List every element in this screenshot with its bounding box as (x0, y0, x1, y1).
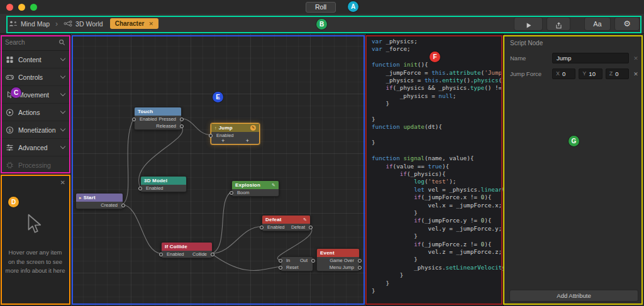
sidebar-item-advanced[interactable]: Advanced (0, 139, 70, 156)
remove-attribute-icon[interactable]: ✕ (632, 71, 640, 77)
output-port[interactable] (211, 253, 214, 256)
close-icon[interactable]: ✕ (148, 21, 153, 27)
node-header[interactable]: ↑Jump✎ (211, 124, 259, 132)
wire-ifcollide-collide-to-explosion-boom[interactable] (211, 192, 231, 254)
output-port[interactable] (358, 259, 362, 263)
breadcrumb-mind-map[interactable]: Mind Map (9, 20, 50, 28)
play-button[interactable] (514, 18, 542, 30)
port-label: Enabled (167, 251, 184, 257)
share-button[interactable] (547, 18, 570, 30)
pencil-icon[interactable]: ✎ (303, 217, 307, 222)
node-header[interactable]: Touch (135, 107, 181, 116)
chevron-down-icon (60, 109, 65, 114)
output-port[interactable] (311, 259, 315, 263)
dollar-icon: $ (6, 126, 14, 134)
node-header[interactable]: 3D Model (141, 177, 186, 185)
node-event[interactable]: EventGame OverMenu Jump (316, 248, 360, 271)
breadcrumb-tag-character[interactable]: Character ✕ (110, 18, 158, 29)
node-touch[interactable]: TouchEnabledPressedReleased (134, 107, 182, 130)
node-explosion[interactable]: Explosion✎Boom (231, 180, 279, 197)
node-type-icon: ↑ (214, 126, 217, 130)
port-label: In (286, 258, 290, 263)
code-line: let vel = _physics.linearVelo (372, 186, 503, 194)
node-header[interactable]: If Collide (162, 243, 212, 251)
sidebar-item-actions[interactable]: Actions (0, 104, 70, 121)
node-jump[interactable]: ↑Jump✎Enabled++ (211, 123, 260, 145)
node-header[interactable]: Defeat✎ (262, 216, 310, 224)
add-port-icon[interactable]: + (221, 139, 225, 144)
node-header[interactable]: Explosion✎ (232, 181, 279, 189)
close-icon[interactable]: ✕ (60, 179, 65, 186)
node-graph-canvas[interactable]: TouchEnabledPressedReleased↑Jump✎Enabled… (71, 34, 366, 306)
sidebar-item-content[interactable]: Content (0, 51, 70, 68)
add-attribute-button[interactable]: Add Attribute (510, 290, 638, 301)
output-port[interactable] (180, 124, 184, 128)
node-defeat[interactable]: Defeat✎EnabledDefeat (262, 215, 311, 231)
actions-icon (6, 109, 14, 116)
wire-ifcollide-collide-to-defeat-enabled[interactable] (211, 227, 262, 254)
wire-ifcollide-collide-to-portbox-reset[interactable] (211, 254, 280, 271)
chevron-down-icon (60, 74, 65, 79)
name-field-row: Name Jump ✕ (504, 53, 644, 63)
node-portbox[interactable]: InOutReset (280, 256, 313, 271)
vector-z-input[interactable]: Z 0 (606, 68, 629, 79)
chevron-down-icon (60, 144, 65, 149)
node-header[interactable]: ▸Start (76, 194, 123, 202)
input-port[interactable] (279, 266, 282, 270)
wire-start-created-to-touch-enabled[interactable] (122, 119, 134, 205)
code-line: } (372, 256, 503, 263)
code-line (372, 131, 503, 139)
search-input[interactable]: Search (0, 34, 70, 51)
sidebar-item-monetization[interactable]: $Monetization (0, 121, 70, 139)
wire-start-created-to-ifcollide-enabled[interactable] (122, 205, 161, 254)
port-label: Pressed (158, 116, 176, 122)
node-ifcollide[interactable]: If CollideEnabledCollide (161, 242, 213, 258)
input-port[interactable] (138, 187, 142, 190)
code-line: } (372, 209, 503, 217)
input-port[interactable] (230, 191, 233, 195)
text-style-button[interactable]: Aa (585, 18, 610, 30)
breadcrumb-label: 3D World (75, 20, 103, 28)
output-port[interactable] (180, 117, 184, 121)
node-model[interactable]: 3D ModelEnabled (140, 176, 187, 192)
zoom-window-button[interactable] (30, 4, 37, 11)
pencil-icon[interactable]: ✎ (250, 125, 256, 131)
project-title-button[interactable]: Roll (306, 2, 336, 13)
remove-attribute-icon[interactable]: ✕ (632, 55, 640, 62)
add-port-icon[interactable]: + (246, 139, 249, 144)
breadcrumb-3d-world[interactable]: 3D World (64, 20, 103, 28)
share-icon (555, 20, 562, 27)
input-port[interactable] (209, 134, 213, 138)
chip-icon (6, 161, 14, 169)
input-port[interactable] (132, 117, 136, 121)
settings-button[interactable]: ⚙ (615, 18, 639, 30)
sidebar-item-controls[interactable]: Controls (0, 68, 70, 86)
vector-x-input[interactable]: X 0 (552, 68, 575, 79)
node-start[interactable]: ▸StartCreated (75, 193, 123, 209)
code-line: _physics = this.entity().physics(); (372, 77, 503, 84)
wire-defeat-defeat-to-portbox-in[interactable] (277, 227, 312, 260)
input-port[interactable] (279, 259, 282, 263)
name-input[interactable]: Jump (552, 53, 629, 63)
output-port[interactable] (121, 204, 125, 207)
text-style-label: Aa (593, 20, 601, 28)
sidebar-item-movement[interactable]: Movement (0, 86, 70, 104)
play-icon (525, 20, 532, 27)
pencil-icon[interactable]: ✎ (272, 183, 275, 187)
sidebar-item-processing[interactable]: Processing (0, 156, 70, 174)
wire-touch-pressed-to-jump-enabled[interactable] (180, 119, 211, 135)
close-window-button[interactable] (6, 4, 13, 11)
sliders-icon (6, 144, 14, 151)
output-port[interactable] (309, 226, 313, 229)
search-placeholder: Search (5, 39, 25, 46)
input-port[interactable] (159, 253, 163, 256)
input-port[interactable] (260, 226, 264, 229)
code-line: if(_physics && _physics.type() != 'kD (372, 84, 503, 92)
vector-y-input[interactable]: Y 10 (579, 68, 602, 79)
output-port[interactable] (358, 266, 362, 270)
code-editor[interactable]: var _physics;var _force; function init()… (366, 34, 503, 306)
traffic-lights (6, 4, 37, 11)
minimize-window-button[interactable] (18, 4, 25, 11)
node-header[interactable]: Event (317, 249, 359, 257)
code-line: _physics = null; (372, 92, 503, 100)
